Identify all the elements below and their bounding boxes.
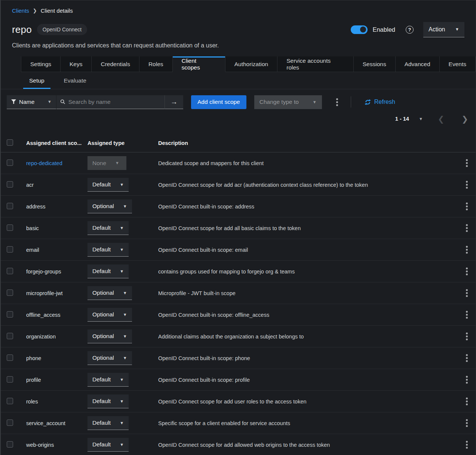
scope-description: OpenID Connect scope for add user roles … xyxy=(158,399,458,405)
toolbar-kebab-menu-button[interactable] xyxy=(333,97,341,108)
tab-advanced[interactable]: Advanced xyxy=(396,56,440,72)
row-checkbox[interactable] xyxy=(7,441,13,448)
row-checkbox[interactable] xyxy=(7,355,13,361)
assigned-type-select[interactable]: Optional ▼ xyxy=(87,286,132,300)
assigned-type-value: Optional xyxy=(92,333,114,340)
name-filter-dropdown[interactable]: Name ▼ xyxy=(7,95,56,109)
scope-description: Microprofile - JWT built-in scope xyxy=(158,290,458,296)
subtab-evaluate[interactable]: Evaluate xyxy=(58,72,92,89)
refresh-button[interactable]: Refresh xyxy=(365,99,395,105)
row-kebab-menu-button[interactable] xyxy=(463,353,471,363)
assigned-type-select[interactable]: Default ▼ xyxy=(87,178,129,192)
pagination: 1 - 14 ▼ ❮ ❯ xyxy=(1,110,476,127)
scope-name-forgejo-groups: forgejo-groups xyxy=(26,269,61,275)
assigned-type-value: Default xyxy=(92,398,111,405)
row-kebab-menu-button[interactable] xyxy=(463,374,471,385)
row-kebab-menu-button[interactable] xyxy=(463,439,471,450)
tab-credentials[interactable]: Credentials xyxy=(92,56,139,72)
assigned-type-select[interactable]: Optional ▼ xyxy=(87,199,132,213)
table-row: repo-dedicated None ▼ Dedicated scope an… xyxy=(1,152,476,174)
row-checkbox[interactable] xyxy=(7,203,13,209)
tab-keys[interactable]: Keys xyxy=(61,56,92,72)
chevron-down-icon: ▼ xyxy=(120,443,124,447)
table-row: email Default ▼ OpenID Connect built-in … xyxy=(1,239,476,261)
scope-description: OpenID Connect built-in scope: profile xyxy=(158,377,458,383)
subtab-setup[interactable]: Setup xyxy=(23,72,50,89)
add-client-scope-button[interactable]: Add client scope xyxy=(191,95,246,109)
pagination-next-button[interactable]: ❯ xyxy=(459,115,470,123)
breadcrumb-clients-link[interactable]: Clients xyxy=(12,7,29,14)
help-icon[interactable]: ? xyxy=(406,26,414,34)
row-checkbox[interactable] xyxy=(7,398,13,404)
page-title: repo xyxy=(12,24,32,35)
row-kebab-menu-button[interactable] xyxy=(463,288,471,298)
assigned-type-select[interactable]: Default ▼ xyxy=(87,416,129,430)
row-checkbox[interactable] xyxy=(7,246,13,253)
scope-name-repo-dedicated[interactable]: repo-dedicated xyxy=(26,160,62,166)
assigned-type-select[interactable]: Optional ▼ xyxy=(87,351,132,365)
row-checkbox[interactable] xyxy=(7,181,13,188)
tab-authorization[interactable]: Authorization xyxy=(225,56,277,72)
row-checkbox[interactable] xyxy=(7,420,13,426)
row-kebab-menu-button[interactable] xyxy=(463,266,471,277)
chevron-down-icon: ▼ xyxy=(120,226,124,230)
row-kebab-menu-button[interactable] xyxy=(463,179,471,190)
row-checkbox[interactable] xyxy=(7,225,13,231)
row-kebab-menu-button[interactable] xyxy=(463,158,471,168)
breadcrumb-current: Client details xyxy=(41,7,73,14)
assigned-type-select[interactable]: Default ▼ xyxy=(87,264,129,278)
assigned-type-select[interactable]: Default ▼ xyxy=(87,438,129,452)
search-input[interactable] xyxy=(68,99,161,105)
row-checkbox[interactable] xyxy=(7,311,13,318)
row-kebab-menu-button[interactable] xyxy=(463,201,471,212)
tab-sessions[interactable]: Sessions xyxy=(354,56,396,72)
assigned-type-select: None ▼ xyxy=(87,156,126,170)
row-kebab-menu-button[interactable] xyxy=(463,223,471,233)
scope-name-address: address xyxy=(26,204,46,210)
assigned-type-value: Optional xyxy=(92,290,114,296)
table-header-row: Assigned client sco... Assigned type Des… xyxy=(1,134,476,152)
action-dropdown-label: Action xyxy=(429,26,445,33)
row-kebab-menu-button[interactable] xyxy=(463,418,471,428)
assigned-type-select[interactable]: Optional ▼ xyxy=(87,308,132,322)
action-dropdown[interactable]: Action ▼ xyxy=(423,22,464,37)
row-kebab-menu-button[interactable] xyxy=(463,331,471,342)
chevron-down-icon: ▼ xyxy=(47,100,52,104)
enabled-label: Enabled xyxy=(372,26,395,33)
chevron-down-icon: ▼ xyxy=(115,161,119,165)
row-kebab-menu-button[interactable] xyxy=(463,244,471,255)
pagination-options-toggle[interactable]: ▼ xyxy=(419,117,423,121)
chevron-down-icon: ▼ xyxy=(455,27,459,31)
tab-service-accounts-roles[interactable]: Service accounts roles xyxy=(277,56,354,72)
assigned-type-select[interactable]: Default ▼ xyxy=(87,243,129,257)
assigned-type-select[interactable]: Default ▼ xyxy=(87,394,129,408)
chevron-down-icon: ▼ xyxy=(120,269,124,273)
row-checkbox[interactable] xyxy=(7,268,13,274)
row-checkbox[interactable] xyxy=(7,333,13,339)
row-checkbox[interactable] xyxy=(7,290,13,296)
scope-name-profile: profile xyxy=(26,377,41,383)
row-checkbox[interactable] xyxy=(7,376,13,383)
scope-name-organization: organization xyxy=(26,334,56,340)
row-kebab-menu-button[interactable] xyxy=(463,309,471,320)
assigned-type-select[interactable]: Default ▼ xyxy=(87,373,129,387)
table-row: service_account Default ▼ Specific scope… xyxy=(1,412,476,434)
scope-description: OpenID Connect scope for add allowed web… xyxy=(158,442,458,448)
tab-client-scopes[interactable]: Client scopes xyxy=(173,56,225,72)
tab-events[interactable]: Events xyxy=(440,56,476,72)
row-checkbox[interactable] xyxy=(7,160,13,166)
tab-settings[interactable]: Settings xyxy=(21,56,61,72)
enabled-toggle[interactable] xyxy=(351,25,368,34)
assigned-type-select[interactable]: Default ▼ xyxy=(87,221,129,235)
assigned-type-select[interactable]: Optional ▼ xyxy=(87,329,132,343)
chevron-down-icon: ▼ xyxy=(120,399,124,403)
pagination-prev-button[interactable]: ❮ xyxy=(436,115,447,123)
change-type-label: Change type to xyxy=(260,99,299,105)
select-all-checkbox[interactable] xyxy=(7,139,13,146)
search-submit-button[interactable]: → xyxy=(165,95,183,109)
change-type-dropdown[interactable]: Change type to ▼ xyxy=(254,95,322,109)
search-icon xyxy=(60,99,65,105)
row-kebab-menu-button[interactable] xyxy=(463,396,471,407)
tab-roles[interactable]: Roles xyxy=(139,56,173,72)
chevron-down-icon: ▼ xyxy=(123,313,127,317)
